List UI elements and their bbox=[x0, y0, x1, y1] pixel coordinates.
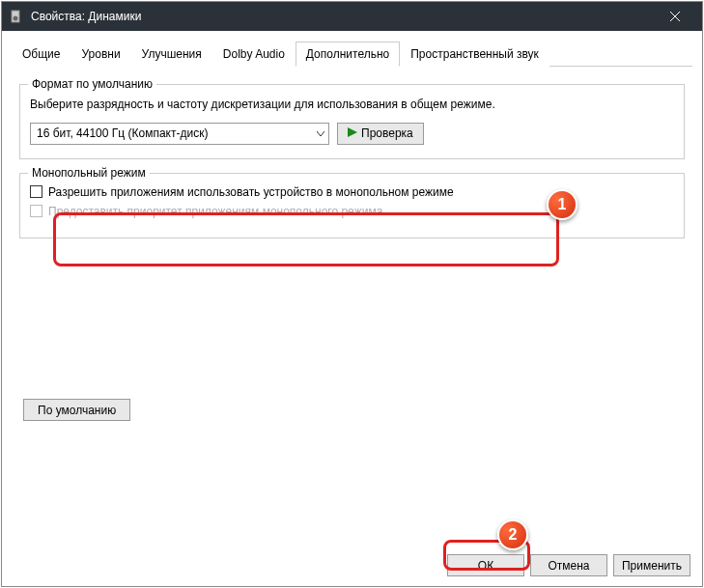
tab-content-advanced: Формат по умолчанию Выберите разрядность… bbox=[12, 67, 692, 578]
format-select[interactable]: 16 бит, 44100 Гц (Компакт-диск) bbox=[30, 123, 329, 145]
tab-levels[interactable]: Уровни bbox=[70, 42, 130, 67]
test-button[interactable]: Проверка bbox=[337, 123, 424, 145]
default-format-group: Формат по умолчанию Выберите разрядность… bbox=[19, 84, 685, 159]
dialog-button-bar: ОК Отмена Применить bbox=[447, 554, 690, 576]
dialog-window: Свойства: Динамики Общие Уровни Улучшени… bbox=[1, 1, 703, 587]
dialog-body: Общие Уровни Улучшения Dolby Audio Допол… bbox=[2, 31, 702, 586]
default-format-title: Формат по умолчанию bbox=[28, 77, 156, 91]
speaker-icon bbox=[10, 9, 25, 24]
allow-exclusive-row: Разрешить приложениям использовать устро… bbox=[30, 185, 674, 199]
annotation-badge-2: 2 bbox=[497, 519, 528, 550]
tab-dolby[interactable]: Dolby Audio bbox=[212, 42, 296, 67]
window-title: Свойства: Динамики bbox=[31, 10, 656, 23]
annotation-badge-1: 1 bbox=[547, 189, 577, 220]
tab-spatial[interactable]: Пространственный звук bbox=[400, 42, 549, 67]
priority-exclusive-label: Предоставить приоритет приложениям моноп… bbox=[48, 205, 382, 218]
priority-exclusive-row: Предоставить приоритет приложениям моноп… bbox=[30, 205, 674, 218]
exclusive-mode-group: Монопольный режим Разрешить приложениям … bbox=[19, 173, 685, 238]
format-select-value: 16 бит, 44100 Гц (Компакт-диск) bbox=[37, 126, 208, 140]
ok-button[interactable]: ОК bbox=[447, 554, 524, 576]
format-instruction: Выберите разрядность и частоту дискретиз… bbox=[30, 97, 674, 113]
close-icon bbox=[670, 12, 680, 21]
tab-row: Общие Уровни Улучшения Dolby Audio Допол… bbox=[12, 41, 692, 67]
play-icon bbox=[348, 126, 357, 140]
restore-defaults-button[interactable]: По умолчанию bbox=[23, 399, 130, 421]
svg-point-1 bbox=[14, 16, 18, 21]
priority-exclusive-checkbox bbox=[30, 205, 42, 217]
tab-general[interactable]: Общие bbox=[12, 42, 70, 67]
test-button-label: Проверка bbox=[361, 126, 413, 140]
close-button[interactable] bbox=[656, 2, 694, 31]
exclusive-mode-title: Монопольный режим bbox=[28, 166, 150, 180]
allow-exclusive-checkbox[interactable] bbox=[30, 185, 42, 198]
tab-advanced[interactable]: Дополнительно bbox=[296, 42, 400, 67]
apply-button[interactable]: Применить bbox=[613, 554, 690, 576]
svg-marker-4 bbox=[348, 127, 357, 137]
titlebar: Свойства: Динамики bbox=[2, 2, 702, 31]
tab-enhancements[interactable]: Улучшения bbox=[131, 42, 212, 67]
allow-exclusive-label: Разрешить приложениям использовать устро… bbox=[48, 185, 454, 199]
chevron-down-icon bbox=[317, 126, 324, 140]
cancel-button[interactable]: Отмена bbox=[530, 554, 607, 576]
format-row: 16 бит, 44100 Гц (Компакт-диск) Проверка bbox=[30, 123, 674, 145]
